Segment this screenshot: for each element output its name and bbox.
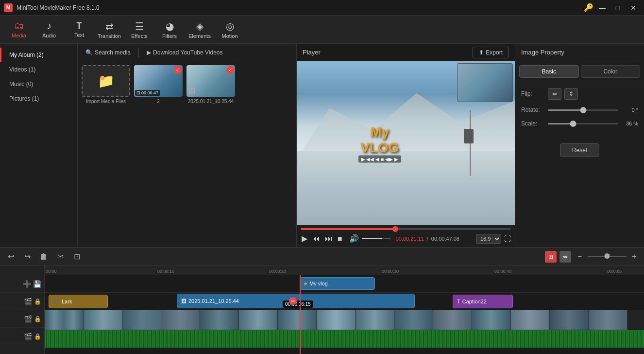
crop-button[interactable]: ⊡ xyxy=(70,251,84,263)
ruler-mark-30: 00:00:30 xyxy=(381,266,399,275)
toolbar-effects[interactable]: ☰ Effects xyxy=(124,17,154,42)
lark-clip[interactable]: 🎵 Lark xyxy=(49,295,108,308)
toolbar-elements[interactable]: ◈ Elements xyxy=(185,17,215,42)
zoom-slider[interactable] xyxy=(588,256,627,257)
import-label: Import Media Files xyxy=(86,99,126,104)
ski-lift xyxy=(470,110,471,176)
thumbnail-track xyxy=(45,310,644,330)
scale-slider[interactable] xyxy=(548,123,618,124)
volume-control: 🔊 xyxy=(348,233,391,244)
fullscreen-button[interactable]: ⛶ xyxy=(504,235,511,243)
tab-basic[interactable]: Basic xyxy=(519,65,579,78)
key-icon: 🔑 xyxy=(584,3,593,12)
timeline-content: ➕ 💾 🎬 🔒 🎬 🔒 🎬 🔒 00 xyxy=(0,266,644,354)
sidebar-item-my-album[interactable]: My Album (2) xyxy=(0,48,77,62)
redo-button[interactable]: ↪ xyxy=(20,251,34,263)
sidebar: My Album (2) Videos (1) Music (0) Pictur… xyxy=(0,44,78,247)
next-frame-button[interactable]: ⏭ xyxy=(324,233,334,244)
toolbar-transition[interactable]: ⇄ Transition xyxy=(94,17,124,42)
progress-handle[interactable] xyxy=(392,226,398,232)
volume-bar[interactable] xyxy=(362,238,391,239)
audio-lock-icon[interactable]: 🔒 xyxy=(34,316,41,322)
maximize-button[interactable]: □ xyxy=(611,2,625,13)
timeline-ruler-area: 00:00 00:00:10 00:00:20 00:00:30 00:00:4… xyxy=(45,266,644,354)
waveform-track-row xyxy=(45,330,644,349)
sidebar-item-pictures[interactable]: Pictures (1) xyxy=(0,91,77,106)
ruler-mark-0: 00:00 xyxy=(45,266,57,275)
image-property-title: Image Property xyxy=(521,49,564,56)
split-button[interactable]: ⇔ xyxy=(559,251,571,263)
cut-button[interactable]: ✂ xyxy=(53,251,67,263)
media-thumb-photo[interactable]: 🖼 ✓ xyxy=(186,65,235,97)
play-button[interactable]: ▶ xyxy=(301,233,308,244)
waveform-lock-icon[interactable]: 🔒 xyxy=(34,333,41,340)
toolbar-filters[interactable]: ◕ Filters xyxy=(154,17,185,42)
waveform-track xyxy=(45,330,644,348)
prev-frame-button[interactable]: ⏮ xyxy=(311,233,321,244)
scale-handle[interactable] xyxy=(570,121,576,127)
transition-icon: ⇄ xyxy=(105,20,114,32)
motion-icon: ◎ xyxy=(226,20,234,32)
app-title: MiniTool MovieMaker Free 8.1.0 xyxy=(17,4,584,11)
flip-horizontal-button[interactable]: ⇔ xyxy=(548,88,561,100)
ruler-label-50: 00:00:5 xyxy=(606,269,622,275)
toolbar-audio[interactable]: ♪ Audio xyxy=(34,17,64,42)
rotate-slider[interactable] xyxy=(548,109,618,111)
filters-icon: ◕ xyxy=(166,20,174,32)
close-button[interactable]: ✕ xyxy=(627,2,640,13)
duration-badge: ⊡ 00:00:47 xyxy=(135,90,160,96)
thumb-frame-12 xyxy=(472,310,511,330)
zoom-in-button[interactable]: ＋ xyxy=(628,251,640,263)
media-item-import: 📁 Import Media Files xyxy=(82,65,130,104)
toolbar-media[interactable]: 🗂 Media xyxy=(4,17,34,42)
rotate-handle[interactable] xyxy=(580,107,586,113)
timeline-tracks: ★ My vlog 🎵 Lark 🖼 202 xyxy=(45,275,644,354)
tab-color[interactable]: Color xyxy=(581,65,641,78)
media-grid: 📁 Import Media Files ⊡ 00:00:47 ✓ 2 🖼 xyxy=(78,61,296,108)
photo-clip-label: 2025.01.21_10.25.44 xyxy=(188,298,239,304)
rotate-row: Rotate: 0 ° xyxy=(521,106,638,113)
effects-icon: ☰ xyxy=(135,20,144,32)
caption-clip[interactable]: T Caption22 xyxy=(453,295,513,308)
toolbar-text[interactable]: T Text xyxy=(64,17,94,42)
volume-button[interactable]: 🔊 xyxy=(348,233,360,244)
toolbar-motion[interactable]: ◎ Motion xyxy=(215,17,245,42)
undo-button[interactable]: ↩ xyxy=(4,251,17,263)
flip-vertical-button[interactable]: ⇕ xyxy=(564,88,578,100)
progress-bar[interactable] xyxy=(301,228,511,230)
ruler-mark-40: 00:00:40 xyxy=(493,266,511,275)
flip-control: ⇔ ⇕ xyxy=(548,88,638,100)
minimize-button[interactable]: — xyxy=(595,2,609,13)
win-controls: — □ ✕ xyxy=(595,2,640,13)
timeline-toolbar: ↩ ↪ 🗑 ✂ ⊡ ⊞ ⇔ － ＋ xyxy=(0,248,644,266)
vlog-clip[interactable]: ★ My vlog xyxy=(300,277,375,290)
stop-button[interactable]: ■ xyxy=(337,233,343,244)
media-thumb-2[interactable]: ⊡ 00:00:47 ✓ xyxy=(134,65,183,97)
magnetic-snap-button[interactable]: ⊞ xyxy=(545,251,557,263)
add-overlay-icon[interactable]: ➕ xyxy=(23,280,31,288)
panel-tabs: Basic Color xyxy=(515,61,644,82)
aspect-ratio-select[interactable]: 16:9 xyxy=(476,234,501,244)
waveform xyxy=(45,330,644,348)
ruler-spacer xyxy=(0,266,44,275)
zoom-handle[interactable] xyxy=(605,253,610,259)
ruler-label-30: 00:00:30 xyxy=(381,269,399,275)
delete-button[interactable]: 🗑 xyxy=(37,251,51,263)
sidebar-item-music[interactable]: Music (0) xyxy=(0,77,77,91)
import-media-button[interactable]: 📁 xyxy=(82,65,130,97)
download-icon: ▶ xyxy=(147,49,151,56)
zoom-out-button[interactable]: － xyxy=(574,251,586,263)
thumb-frame-9 xyxy=(356,310,394,330)
reset-button[interactable]: Reset xyxy=(560,143,599,157)
time-separator: / xyxy=(427,236,428,242)
video-lock-icon[interactable]: 🔒 xyxy=(34,298,41,305)
thumb-frame-15 xyxy=(589,310,627,330)
sidebar-item-videos[interactable]: Videos (1) xyxy=(0,62,77,77)
export-button[interactable]: ⬆ Export xyxy=(473,47,509,58)
folder-icon: 📁 xyxy=(98,73,115,89)
ruler-label-20: 00:00:20 xyxy=(268,269,286,275)
save-overlay-icon[interactable]: 💾 xyxy=(33,280,41,288)
download-youtube-button[interactable]: ▶ Download YouTube Videos xyxy=(143,47,226,58)
track-side-waveform: 🎬 🔒 xyxy=(0,328,44,345)
search-media-button[interactable]: 🔍 Search media xyxy=(82,47,135,58)
